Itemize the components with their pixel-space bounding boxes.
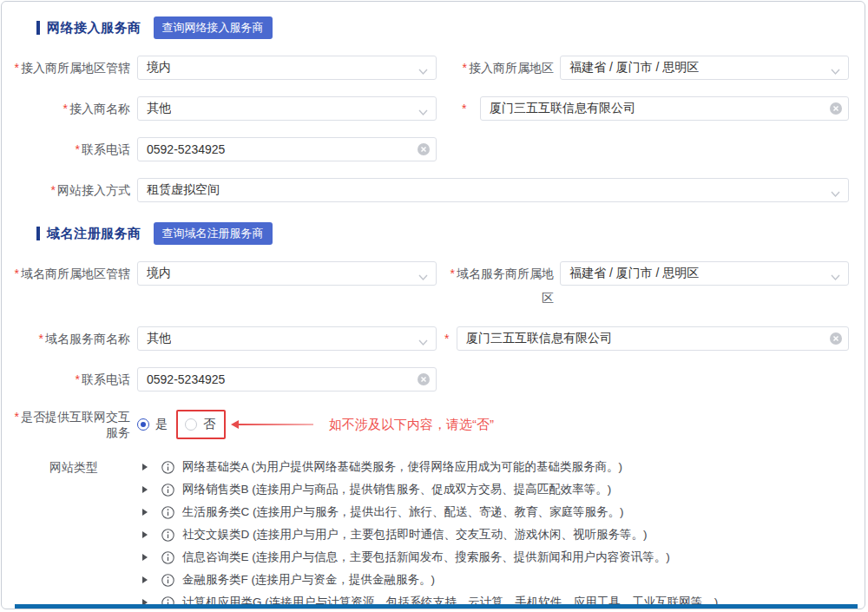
no-option-highlight-box: 否	[176, 410, 226, 439]
domain-name-label: *域名服务商名称	[9, 326, 137, 351]
info-icon[interactable]	[161, 484, 174, 497]
bottom-section-bar	[15, 604, 858, 609]
site-type-item: 网络销售类B (连接用户与商品，提供销售服务、促成双方交易、提高匹配效率等。)	[137, 478, 718, 501]
isp-company-required: *	[443, 96, 480, 121]
isp-section-title: 网络接入服务商	[47, 20, 141, 36]
site-type-item: 社交文娱类D (连接用户与用户，主要包括即时通信、交友互动、游戏休闲、视听服务等…	[137, 523, 718, 546]
domain-region-value: 福建省 / 厦门市 / 思明区	[569, 266, 699, 281]
caret-right-icon[interactable]	[142, 554, 148, 561]
radio-no[interactable]: 否	[185, 417, 215, 432]
isp-region-admin-select[interactable]: 境内	[137, 56, 437, 80]
annotation-arrow: 如不涉及以下内容，请选“否”	[231, 417, 494, 433]
icp-filing-form: 网络接入服务商 查询网络接入服务商 *接入商所属地区管辖 境内 *接入商所属地区…	[1, 1, 865, 609]
required-asterisk: *	[450, 267, 455, 280]
required-asterisk: *	[76, 372, 80, 386]
isp-access-method-select[interactable]: 租赁虚拟空间	[137, 178, 849, 202]
required-asterisk: *	[51, 183, 56, 197]
radio-yes-label[interactable]: 是	[155, 417, 168, 432]
isp-region-label: *接入商所属地区	[443, 56, 560, 80]
interactive-service-row: *是否提供互联网交互服务 是 否 如不涉及以下内容，请选“否”	[9, 409, 849, 440]
chevron-down-icon	[831, 270, 840, 284]
clear-icon[interactable]	[418, 373, 430, 389]
info-icon[interactable]	[161, 529, 174, 542]
domain-phone-row: *联系电话	[9, 367, 849, 392]
query-isp-button[interactable]: 查询网络接入服务商	[154, 16, 273, 39]
isp-name-label: *接入商名称	[9, 96, 137, 121]
required-asterisk: *	[463, 61, 467, 75]
domain-region-label: *域名服务商所属地区	[443, 261, 560, 310]
isp-region-admin-label: *接入商所属地区管辖	[9, 56, 137, 80]
domain-company-required: *	[443, 326, 457, 351]
domain-region-admin-label: *域名商所属地区管辖	[9, 261, 137, 310]
isp-region-select[interactable]: 福建省 / 厦门市 / 思明区	[560, 56, 849, 80]
caret-right-icon[interactable]	[142, 509, 148, 516]
domain-region-select[interactable]: 福建省 / 厦门市 / 思明区	[560, 261, 849, 286]
clear-icon[interactable]	[830, 102, 842, 118]
domain-name-select[interactable]: 其他	[137, 326, 437, 351]
domain-region-row: *域名商所属地区管辖 境内 *域名服务商所属地区 福建省 / 厦门市 / 思明区	[9, 261, 849, 310]
required-asterisk: *	[15, 61, 19, 75]
required-asterisk: *	[76, 142, 80, 156]
clear-icon[interactable]	[418, 143, 430, 159]
arrow-left-icon	[231, 420, 239, 429]
required-asterisk: *	[15, 267, 19, 280]
radio-yes[interactable]: 是	[137, 417, 168, 432]
isp-access-method-label: *网站接入方式	[9, 178, 137, 202]
chevron-down-icon	[418, 64, 428, 78]
info-icon[interactable]	[161, 574, 174, 587]
isp-name-value: 其他	[147, 101, 171, 116]
clear-icon[interactable]	[830, 332, 842, 348]
isp-access-method-row: *网站接入方式 租赁虚拟空间	[9, 178, 849, 202]
radio-unselected-icon[interactable]	[185, 418, 197, 431]
annotation-text: 如不涉及以下内容，请选“否”	[329, 417, 494, 433]
domain-region-admin-value: 境内	[147, 266, 171, 281]
radio-selected-icon[interactable]	[137, 418, 149, 431]
domain-name-value: 其他	[147, 331, 171, 346]
isp-access-method-value: 租赁虚拟空间	[147, 182, 220, 198]
domain-region-admin-select[interactable]: 境内	[137, 261, 437, 286]
site-type-item: 生活服务类C (连接用户与服务，提供出行、旅行、配送、寄递、教育、家庭等服务。)	[137, 501, 718, 523]
caret-right-icon[interactable]	[142, 464, 148, 471]
domain-section-title: 域名注册服务商	[47, 226, 141, 242]
radio-no-label[interactable]: 否	[203, 417, 215, 432]
domain-phone-input[interactable]	[137, 367, 437, 392]
chevron-down-icon	[418, 105, 428, 119]
domain-company-input[interactable]	[457, 326, 849, 351]
domain-section-header: 域名注册服务商 查询域名注册服务商	[36, 223, 849, 244]
caret-right-icon[interactable]	[142, 531, 148, 538]
info-icon[interactable]	[161, 506, 174, 519]
isp-section-header: 网络接入服务商 查询网络接入服务商	[36, 17, 849, 38]
site-type-item: 信息咨询类E (连接用户与信息，主要包括新闻发布、搜索服务、提供新闻和用户内容资…	[137, 546, 718, 569]
info-icon[interactable]	[161, 461, 174, 474]
site-type-label: 网站类型	[9, 456, 137, 609]
isp-phone-row: *联系电话	[9, 137, 849, 161]
isp-company-input[interactable]	[480, 96, 849, 121]
required-asterisk: *	[39, 332, 43, 345]
caret-right-icon[interactable]	[142, 576, 148, 583]
isp-region-row: *接入商所属地区管辖 境内 *接入商所属地区 福建省 / 厦门市 / 思明区	[9, 56, 849, 80]
chevron-down-icon	[418, 335, 428, 349]
isp-name-select[interactable]: 其他	[137, 96, 437, 121]
isp-name-row: *接入商名称 其他 *	[9, 96, 849, 121]
chevron-down-icon	[418, 270, 428, 284]
domain-name-row: *域名服务商名称 其他 *	[9, 326, 849, 351]
isp-phone-label: *联系电话	[9, 137, 137, 161]
isp-phone-input[interactable]	[137, 137, 437, 161]
domain-phone-label: *联系电话	[9, 367, 137, 392]
query-domain-button[interactable]: 查询域名注册服务商	[154, 222, 273, 245]
site-type-section: 网站类型 网络基础类A (为用户提供网络基础类服务，使得网络应用成为可能的基础类…	[9, 456, 849, 609]
interactive-service-label: *是否提供互联网交互服务	[9, 409, 137, 440]
section-accent-bar	[36, 21, 40, 35]
site-type-item: 网络基础类A (为用户提供网络基础类服务，使得网络应用成为可能的基础类服务商。)	[137, 456, 718, 478]
required-asterisk: *	[63, 102, 68, 115]
isp-region-admin-value: 境内	[147, 60, 171, 76]
isp-region-value: 福建省 / 厦门市 / 思明区	[569, 60, 699, 76]
site-type-item: 金融服务类F (连接用户与资金，提供金融服务。)	[137, 569, 718, 591]
chevron-down-icon	[831, 64, 840, 78]
section-accent-bar	[36, 227, 40, 240]
site-type-list: 网络基础类A (为用户提供网络基础类服务，使得网络应用成为可能的基础类服务商。)…	[137, 456, 718, 609]
required-asterisk: *	[15, 410, 19, 424]
caret-right-icon[interactable]	[142, 486, 148, 493]
info-icon[interactable]	[161, 551, 174, 564]
chevron-down-icon	[831, 187, 840, 201]
